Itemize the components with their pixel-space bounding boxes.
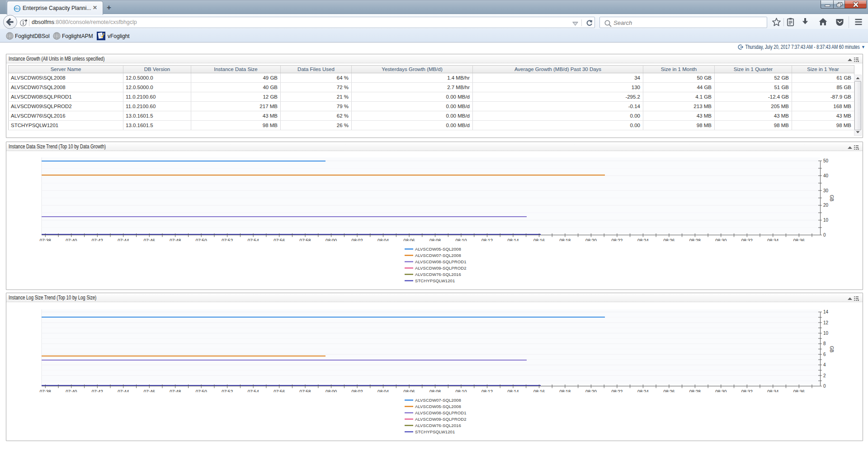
svg-text:07:54: 07:54: [248, 238, 259, 242]
svg-text:07:48: 07:48: [170, 389, 181, 393]
svg-text:30: 30: [823, 188, 829, 193]
svg-text:50: 50: [823, 158, 829, 163]
svg-text:08:02: 08:02: [352, 238, 363, 242]
svg-text:08:04: 08:04: [377, 389, 389, 393]
svg-text:STCHYPSQLW1201: STCHYPSQLW1201: [415, 429, 455, 434]
svg-text:0: 0: [823, 233, 826, 237]
svg-text:08:34: 08:34: [767, 238, 778, 242]
svg-text:08:08: 08:08: [429, 238, 441, 242]
svg-text:08:14: 08:14: [507, 238, 519, 242]
svg-text:07:52: 07:52: [222, 389, 233, 393]
svg-text:08:00: 08:00: [326, 238, 337, 242]
svg-text:4: 4: [823, 362, 826, 367]
svg-text:08:14: 08:14: [507, 389, 519, 393]
svg-text:08:26: 08:26: [663, 389, 675, 393]
svg-text:07:58: 07:58: [300, 389, 311, 393]
svg-text:08:12: 08:12: [481, 389, 493, 393]
svg-text:08:18: 08:18: [559, 238, 571, 242]
svg-text:10: 10: [823, 331, 829, 336]
svg-text:08:30: 08:30: [715, 389, 726, 393]
svg-text:DELL: DELL: [14, 8, 20, 10]
svg-text:07:46: 07:46: [144, 389, 155, 393]
svg-text:08:10: 08:10: [455, 389, 467, 393]
svg-text:08:24: 08:24: [637, 389, 649, 393]
svg-text:10: 10: [823, 218, 829, 223]
svg-text:07:56: 07:56: [274, 238, 285, 242]
svg-text:ALVSCDW05-SQL2008: ALVSCDW05-SQL2008: [415, 247, 461, 252]
svg-text:ALVSCDW09-SQLPROD2: ALVSCDW09-SQLPROD2: [415, 266, 467, 271]
svg-text:GB: GB: [829, 195, 834, 202]
svg-text:08:22: 08:22: [611, 238, 623, 242]
svg-text:08:00: 08:00: [326, 389, 337, 393]
svg-text:07:42: 07:42: [92, 389, 103, 393]
svg-text:6: 6: [823, 352, 826, 357]
svg-text:08:06: 08:06: [404, 389, 415, 393]
svg-text:07:50: 07:50: [196, 389, 207, 393]
svg-text:08:06: 08:06: [404, 238, 415, 242]
svg-text:07:56: 07:56: [274, 389, 285, 393]
svg-text:14: 14: [823, 309, 829, 314]
svg-text:ALVSCDW08-SQLPROD1: ALVSCDW08-SQLPROD1: [415, 410, 467, 415]
svg-text:STCHYPSQLW1201: STCHYPSQLW1201: [415, 278, 455, 283]
svg-text:08:02: 08:02: [352, 389, 363, 393]
svg-text:07:40: 07:40: [66, 238, 77, 242]
svg-text:08:36: 08:36: [793, 238, 805, 242]
svg-text:ALVSCDW07-SQL2008: ALVSCDW07-SQL2008: [415, 398, 461, 403]
svg-text:08:20: 08:20: [585, 238, 597, 242]
svg-text:ALVSCDW76-SQL2016: ALVSCDW76-SQL2016: [415, 423, 461, 428]
svg-text:12: 12: [823, 320, 829, 325]
svg-text:08:18: 08:18: [559, 389, 571, 393]
svg-text:08:10: 08:10: [455, 238, 467, 242]
svg-text:08:08: 08:08: [429, 389, 441, 393]
svg-text:GB: GB: [829, 346, 834, 353]
svg-text:08:24: 08:24: [637, 238, 649, 242]
svg-text:20: 20: [823, 203, 829, 208]
svg-text:ALVSCDW09-SQLPROD2: ALVSCDW09-SQLPROD2: [415, 417, 467, 422]
svg-text:07:44: 07:44: [118, 389, 129, 393]
svg-text:08:28: 08:28: [689, 238, 701, 242]
svg-text:08:28: 08:28: [689, 389, 701, 393]
svg-text:08:12: 08:12: [481, 238, 493, 242]
svg-text:2: 2: [823, 373, 826, 378]
svg-text:08:32: 08:32: [741, 389, 753, 393]
svg-text:08:16: 08:16: [533, 238, 545, 242]
svg-text:07:54: 07:54: [248, 389, 259, 393]
svg-text:ALVSCDW76-SQL2016: ALVSCDW76-SQL2016: [415, 272, 461, 277]
svg-text:07:42: 07:42: [92, 238, 103, 242]
svg-text:07:50: 07:50: [196, 238, 207, 242]
svg-text:08:34: 08:34: [767, 389, 778, 393]
svg-text:08:22: 08:22: [611, 389, 623, 393]
svg-text:07:48: 07:48: [170, 238, 181, 242]
svg-text:07:58: 07:58: [300, 238, 311, 242]
svg-text:07:38: 07:38: [40, 389, 51, 393]
svg-text:0: 0: [823, 384, 826, 389]
svg-text:08:26: 08:26: [663, 238, 675, 242]
svg-text:40: 40: [823, 173, 829, 178]
svg-text:08:04: 08:04: [377, 238, 389, 242]
svg-text:08:30: 08:30: [715, 238, 726, 242]
svg-text:ALVSCDW08-SQLPROD1: ALVSCDW08-SQLPROD1: [415, 259, 467, 264]
svg-text:08:16: 08:16: [533, 389, 545, 393]
svg-text:08:20: 08:20: [585, 389, 597, 393]
svg-text:07:38: 07:38: [40, 238, 51, 242]
svg-text:07:46: 07:46: [144, 238, 155, 242]
svg-text:8: 8: [823, 341, 826, 346]
svg-text:07:52: 07:52: [222, 238, 233, 242]
svg-text:ALVSCDW05-SQL2008: ALVSCDW05-SQL2008: [415, 404, 461, 409]
svg-text:07:40: 07:40: [66, 389, 77, 393]
svg-text:08:32: 08:32: [741, 238, 753, 242]
svg-text:ALVSCDW07-SQL2008: ALVSCDW07-SQL2008: [415, 253, 461, 258]
svg-text:08:36: 08:36: [793, 389, 805, 393]
svg-text:07:44: 07:44: [118, 238, 129, 242]
